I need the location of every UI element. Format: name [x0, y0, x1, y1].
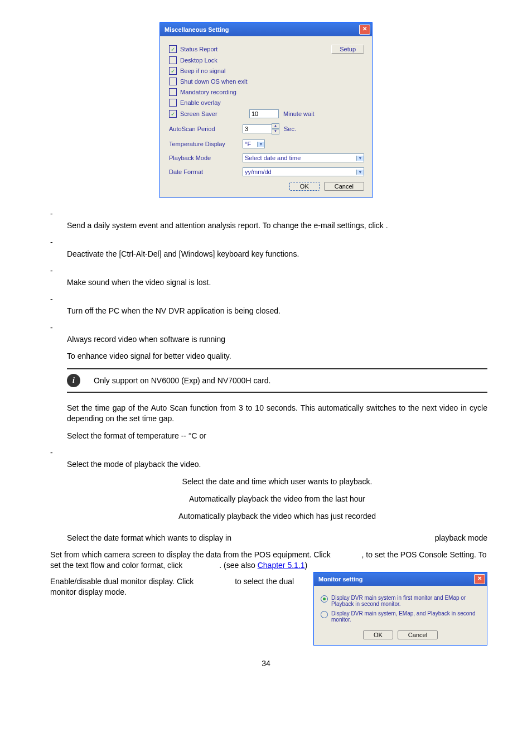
monitor-option-2-radio[interactable] [321, 611, 328, 618]
playback-mode-dropdown[interactable]: Select date and time ▼ [243, 153, 364, 162]
autoscan-spinner[interactable]: ▲▼ [272, 123, 279, 134]
screensaver-input[interactable] [249, 109, 279, 118]
dialog2-titlebar: Monitor setting ✕ [314, 572, 487, 586]
beep-checkbox[interactable]: ✓ [169, 67, 177, 75]
mandatory-checkbox[interactable] [169, 88, 177, 96]
cancel-button[interactable]: Cancel [324, 182, 364, 191]
mandatory-label: Mandatory recording [180, 89, 236, 95]
date-format-description-2: playback mode [435, 533, 487, 543]
playback-description: Select the mode of playback the video. [67, 459, 487, 470]
date-format-description-1: Select the date format which wants to di… [67, 533, 231, 543]
desktop-lock-label: Desktop Lock [180, 57, 217, 64]
dialog-titlebar: Miscellaneous Setting ✕ [160, 23, 372, 36]
playback-mode-value: Select date and time [245, 155, 301, 161]
playback-mode-label: Playback Mode [169, 155, 243, 161]
status-report-description: Send a daily system event and attention … [67, 221, 384, 230]
chevron-down-icon: ▼ [257, 142, 264, 147]
pos-description-1: Set from which camera screen to display … [50, 550, 331, 559]
status-report-label: Status Report [180, 46, 217, 52]
playback-option-2: Automatically playback the video from th… [67, 494, 487, 504]
date-format-dropdown[interactable]: yy/mm/dd ▼ [243, 167, 364, 176]
status-report-checkbox[interactable]: ✓ [169, 45, 177, 53]
temperature-value: °F [245, 141, 251, 147]
setup-button[interactable]: Setup [331, 45, 364, 54]
screensaver-unit: Minute wait [283, 110, 315, 117]
chevron-down-icon: ▼ [356, 170, 364, 175]
ok-button[interactable]: OK [363, 630, 393, 639]
shutdown-checkbox[interactable] [169, 78, 177, 85]
date-format-label: Date Format [169, 168, 243, 175]
autoscan-input[interactable] [243, 124, 272, 133]
info-icon: i [67, 374, 80, 387]
close-icon[interactable]: ✕ [474, 574, 485, 584]
monitor-option-1-label: Display DVR main system in first monitor… [331, 595, 480, 607]
date-format-value: yy/mm/dd [245, 168, 272, 175]
overlay-description: To enhance video signal for better video… [67, 351, 487, 362]
chevron-down-icon: ▼ [356, 156, 364, 161]
shutdown-label: Shut down OS when exit [180, 78, 247, 85]
autoscan-description: Set the time gap of the Auto Scan functi… [67, 403, 487, 424]
beep-label: Beep if no signal [180, 68, 225, 74]
pos-description-4: ) [305, 561, 308, 570]
playback-option-1: Select the date and time which user want… [67, 476, 487, 487]
dialog-title: Miscellaneous Setting [165, 26, 229, 33]
monitor-option-2-label: Display DVR main system, EMap, and Playb… [331, 610, 480, 623]
cancel-button[interactable]: Cancel [398, 630, 438, 639]
mandatory-description: Always record video when software is run… [67, 334, 487, 345]
monitor-option-1-radio[interactable] [321, 595, 328, 603]
temperature-label: Temperature Display [169, 141, 243, 147]
desktop-lock-checkbox[interactable] [169, 56, 177, 64]
temperature-dropdown[interactable]: °F ▼ [243, 139, 265, 148]
dual-monitor-description-1: Enable/disable dual monitor display. Cli… [50, 577, 194, 586]
ok-button[interactable]: OK [289, 182, 320, 191]
overlay-checkbox[interactable] [169, 99, 177, 107]
page-number: 34 [45, 659, 487, 668]
pos-description-3: . (see also [219, 561, 255, 570]
beep-description: Make sound when the video signal is lost… [67, 277, 487, 288]
info-note: Only support on NV6000 (Exp) and NV7000H… [94, 376, 271, 385]
status-report-description-2: . [386, 221, 388, 230]
overlay-label: Enable overlay [180, 99, 221, 106]
shutdown-description: Turn off the PC when the NV DVR applicat… [67, 306, 487, 316]
chapter-link[interactable]: Chapter 5.1.1 [258, 561, 305, 570]
screensaver-checkbox[interactable]: ✓ [169, 110, 177, 118]
miscellaneous-setting-dialog: Miscellaneous Setting ✕ ✓ Status Report … [159, 22, 373, 198]
temperature-description: Select the format of temperature -- °C o… [67, 431, 487, 441]
autoscan-label: AutoScan Period [169, 126, 243, 132]
desktop-lock-description: Deactivate the [Ctrl-Alt-Del] and [Windo… [67, 249, 487, 259]
monitor-setting-dialog: Monitor setting ✕ Display DVR main syste… [313, 572, 487, 646]
close-icon[interactable]: ✕ [359, 25, 370, 35]
playback-option-3: Automatically playback the video which h… [67, 511, 487, 522]
autoscan-unit: Sec. [284, 126, 296, 132]
dialog2-title: Monitor setting [318, 576, 362, 582]
screensaver-label: Screen Saver [180, 110, 249, 117]
